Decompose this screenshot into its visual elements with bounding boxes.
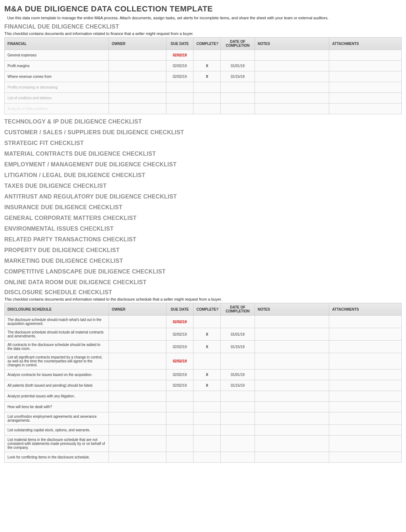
cell-complete[interactable]: X — [194, 328, 221, 341]
cell-notes[interactable] — [255, 104, 329, 114]
cell-owner[interactable] — [109, 380, 166, 391]
cell-attachments[interactable] — [329, 425, 402, 436]
cell-item[interactable]: Analyze potential issues with any litiga… — [5, 391, 109, 402]
cell-doc[interactable] — [221, 82, 255, 93]
cell-owner[interactable] — [109, 412, 166, 425]
cell-due[interactable] — [166, 93, 193, 104]
cell-complete[interactable] — [194, 412, 221, 425]
cell-due[interactable]: 02/02/19 — [166, 50, 193, 61]
cell-owner[interactable] — [109, 50, 166, 61]
cell-item[interactable]: General expenses — [5, 50, 109, 61]
section-heading[interactable]: COMPETITIVE LANDSCAPE DUE DILIGENCE CHEC… — [4, 268, 402, 275]
cell-owner[interactable] — [109, 452, 166, 463]
cell-attachments[interactable] — [329, 61, 402, 71]
cell-item[interactable]: The disclosure schedule should match wha… — [5, 316, 109, 328]
cell-doc[interactable]: 01/15/19 — [221, 341, 255, 353]
cell-due[interactable] — [166, 402, 193, 412]
cell-complete[interactable]: X — [194, 380, 221, 391]
cell-attachments[interactable] — [329, 50, 402, 61]
cell-owner[interactable] — [109, 61, 166, 71]
cell-doc[interactable] — [221, 93, 255, 104]
cell-due[interactable]: 02/02/19 — [166, 328, 193, 341]
cell-due[interactable]: 02/02/19 — [166, 353, 193, 370]
cell-item[interactable]: The disclosure schedule should include a… — [5, 328, 109, 341]
cell-attachments[interactable] — [329, 391, 402, 402]
cell-complete[interactable]: X — [194, 61, 221, 71]
cell-attachments[interactable] — [329, 316, 402, 328]
cell-notes[interactable] — [255, 61, 329, 71]
cell-attachments[interactable] — [329, 370, 402, 380]
cell-attachments[interactable] — [329, 104, 402, 114]
cell-owner[interactable] — [109, 391, 166, 402]
cell-item[interactable]: Analyze contracts for issues based on th… — [5, 370, 109, 380]
cell-owner[interactable] — [109, 341, 166, 353]
cell-item[interactable]: Profits increasing or decreasing — [5, 82, 109, 93]
cell-complete[interactable]: X — [194, 370, 221, 380]
cell-notes[interactable] — [255, 452, 329, 463]
cell-due[interactable] — [166, 452, 193, 463]
cell-attachments[interactable] — [329, 380, 402, 391]
cell-owner[interactable] — [109, 316, 166, 328]
cell-attachments[interactable] — [329, 412, 402, 425]
cell-doc[interactable]: 01/01/19 — [221, 328, 255, 341]
cell-owner[interactable] — [109, 425, 166, 436]
cell-attachments[interactable] — [329, 452, 402, 463]
section-heading[interactable]: STRATEGIC FIT CHECKLIST — [4, 140, 402, 146]
cell-attachments[interactable] — [329, 328, 402, 341]
cell-due[interactable] — [166, 391, 193, 402]
cell-doc[interactable] — [221, 436, 255, 452]
cell-complete[interactable] — [194, 316, 221, 328]
cell-doc[interactable] — [221, 402, 255, 412]
section-heading[interactable]: ANTITRUST AND REGULATORY DUE DILIGENCE C… — [4, 194, 402, 200]
cell-owner[interactable] — [109, 353, 166, 370]
section-heading[interactable]: ONLINE DATA ROOM DUE DILIGENCE CHECKLIST — [4, 279, 402, 286]
cell-notes[interactable] — [255, 50, 329, 61]
cell-attachments[interactable] — [329, 353, 402, 370]
cell-notes[interactable] — [255, 71, 329, 82]
section-heading[interactable]: LITIGATION / LEGAL DUE DILIGENCE CHECKLI… — [4, 172, 402, 179]
cell-complete[interactable]: X — [194, 71, 221, 82]
section-heading[interactable]: RELATED PARTY TRANSACTIONS CHECKLIST — [4, 236, 402, 243]
cell-complete[interactable] — [194, 391, 221, 402]
cell-owner[interactable] — [109, 328, 166, 341]
cell-doc[interactable] — [221, 104, 255, 114]
cell-notes[interactable] — [255, 341, 329, 353]
cell-complete[interactable] — [194, 82, 221, 93]
cell-item[interactable]: List unorthodox employment agreements an… — [5, 412, 109, 425]
cell-notes[interactable] — [255, 316, 329, 328]
cell-doc[interactable] — [221, 412, 255, 425]
section-heading[interactable]: ENVIRONMENTAL ISSUES CHECKLIST — [4, 226, 402, 232]
cell-item[interactable]: Where revenue comes from — [5, 71, 109, 82]
cell-item[interactable]: Analysis of debt positions — [5, 104, 109, 114]
cell-item[interactable]: Profit margins — [5, 61, 109, 71]
cell-due[interactable]: 02/02/19 — [166, 71, 193, 82]
section-heading[interactable]: GENERAL CORPORATE MATTERS CHECKLIST — [4, 215, 402, 221]
cell-complete[interactable] — [194, 50, 221, 61]
cell-due[interactable] — [166, 82, 193, 93]
cell-doc[interactable] — [221, 316, 255, 328]
cell-notes[interactable] — [255, 370, 329, 380]
cell-complete[interactable] — [194, 425, 221, 436]
cell-attachments[interactable] — [329, 71, 402, 82]
cell-owner[interactable] — [109, 71, 166, 82]
cell-notes[interactable] — [255, 436, 329, 452]
cell-due[interactable] — [166, 436, 193, 452]
section-heading[interactable]: INSURANCE DUE DILIGENCE CHECKLIST — [4, 204, 402, 211]
cell-item[interactable]: List of creditors and debtors — [5, 93, 109, 104]
cell-notes[interactable] — [255, 412, 329, 425]
cell-notes[interactable] — [255, 82, 329, 93]
cell-attachments[interactable] — [329, 436, 402, 452]
cell-owner[interactable] — [109, 93, 166, 104]
section-heading[interactable]: TAXES DUE DILIGENCE CHECKLIST — [4, 183, 402, 189]
cell-notes[interactable] — [255, 353, 329, 370]
cell-attachments[interactable] — [329, 341, 402, 353]
cell-doc[interactable] — [221, 452, 255, 463]
cell-notes[interactable] — [255, 425, 329, 436]
cell-item[interactable]: Look for conflicting items in the disclo… — [5, 452, 109, 463]
cell-attachments[interactable] — [329, 402, 402, 412]
cell-notes[interactable] — [255, 380, 329, 391]
cell-item[interactable]: All contracts in the disclosure schedule… — [5, 341, 109, 353]
section-heading[interactable]: EMPLOYMENT / MANAGEMENT DUE DILIGENCE CH… — [4, 161, 402, 168]
cell-complete[interactable] — [194, 452, 221, 463]
cell-notes[interactable] — [255, 93, 329, 104]
